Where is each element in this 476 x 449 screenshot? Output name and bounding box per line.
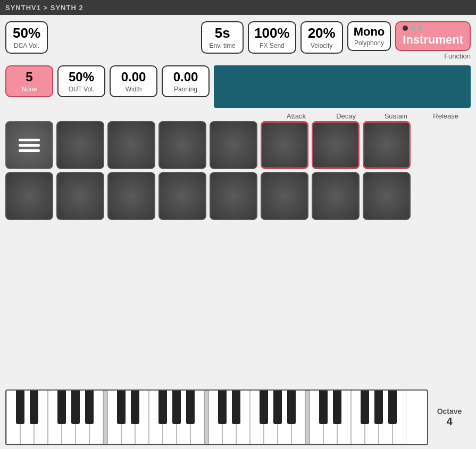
key-cs3[interactable] xyxy=(218,391,227,424)
velocity-control[interactable]: 20% Velocity xyxy=(300,21,343,54)
fx-send-label: FX Send xyxy=(260,42,285,49)
pad-2-4[interactable] xyxy=(158,172,206,220)
panning-value: 0.00 xyxy=(173,70,198,84)
header-bar: SYNTHV1 > SYNTH 2 xyxy=(0,0,476,15)
panning-label: Panning xyxy=(174,86,197,93)
key-gs2[interactable] xyxy=(172,391,181,424)
key-fs3[interactable] xyxy=(260,391,268,424)
velocity-value: 20% xyxy=(308,26,336,41)
adsr-labels-row: Attack Decay Sustain Release xyxy=(271,112,471,120)
key-ds3[interactable] xyxy=(232,391,240,424)
key-gs1[interactable] xyxy=(71,391,80,424)
key-as4[interactable] xyxy=(388,391,397,424)
pad-2-3[interactable] xyxy=(107,172,155,220)
pad-2-7[interactable] xyxy=(312,172,360,220)
pad-2-2[interactable] xyxy=(56,172,104,220)
width-label: Width xyxy=(126,86,142,93)
pad-2-6[interactable] xyxy=(261,172,308,220)
dot-3 xyxy=(417,26,423,31)
release-label: Release xyxy=(421,112,471,120)
pad-row-2 xyxy=(5,172,471,220)
function-dots xyxy=(403,26,423,31)
octave-value: 4 xyxy=(446,416,452,428)
pad-1-7-highlighted[interactable] xyxy=(312,121,360,169)
key-ds4[interactable] xyxy=(333,391,341,424)
attack-label: Attack xyxy=(271,112,321,120)
dca-vol-control[interactable]: 50% DCA Vol. xyxy=(5,21,48,54)
width-value: 0.00 xyxy=(121,70,146,84)
function-value: Instrument xyxy=(403,33,463,47)
dca-vol-value: 50% xyxy=(13,26,40,41)
pad-1-6-highlighted[interactable] xyxy=(261,121,308,169)
keys-wrapper: .octave-wrap { position: relative; displ… xyxy=(6,391,427,444)
key-gs3[interactable] xyxy=(273,391,282,424)
polyphony-control[interactable]: Mono Polyphony xyxy=(347,21,391,51)
pad-1-2[interactable] xyxy=(56,121,104,169)
key-gs4[interactable] xyxy=(374,391,383,424)
velocity-label: Velocity xyxy=(311,42,332,49)
out-vol-label: OUT Vol. xyxy=(69,86,94,93)
menu-lines-icon xyxy=(19,139,40,152)
octave-label: Octave xyxy=(437,407,462,416)
menu-pad[interactable] xyxy=(5,121,53,169)
top-controls-row: 50% DCA Vol. 5s Env. time 100% FX Send 2… xyxy=(5,21,471,60)
octave-info: Octave 4 xyxy=(428,389,471,445)
none-control[interactable]: 5 None xyxy=(5,65,53,97)
octave-group-1 xyxy=(6,391,103,444)
pad-grid xyxy=(5,121,471,220)
pad-1-3[interactable] xyxy=(107,121,155,169)
pad-2-8[interactable] xyxy=(363,172,411,220)
key-cs4[interactable] xyxy=(319,391,328,424)
second-controls-row: 5 None 50% OUT Vol. 0.00 Width 0.00 Pann… xyxy=(5,65,471,108)
teal-display xyxy=(214,65,471,108)
polyphony-label: Polyphony xyxy=(354,39,384,47)
dca-vol-label: DCA Vol. xyxy=(14,42,39,49)
width-control[interactable]: 0.00 Width xyxy=(110,65,157,97)
fx-send-control[interactable]: 100% FX Send xyxy=(248,21,296,54)
key-fs4[interactable] xyxy=(361,391,369,424)
pad-1-8-highlighted[interactable] xyxy=(363,121,411,169)
env-time-label: Env. time xyxy=(210,42,236,49)
function-section: Instrument Function xyxy=(395,21,471,60)
pad-2-5[interactable] xyxy=(210,172,257,220)
octave-group-3 xyxy=(208,391,305,444)
key-as2[interactable] xyxy=(186,391,195,424)
env-time-control[interactable]: 5s Env. time xyxy=(201,21,244,54)
pad-1-4[interactable] xyxy=(158,121,206,169)
piano-keyboard[interactable]: .octave-wrap { position: relative; displ… xyxy=(5,389,428,445)
fx-send-value: 100% xyxy=(254,26,290,41)
sustain-label: Sustain xyxy=(371,112,421,120)
key-ds1[interactable] xyxy=(30,391,38,424)
none-label: None xyxy=(22,86,37,93)
out-vol-value: 50% xyxy=(69,70,94,84)
pad-2-1[interactable] xyxy=(5,172,53,220)
function-control[interactable]: Instrument xyxy=(395,21,471,51)
octave-group-4 xyxy=(310,391,406,444)
polyphony-value: Mono xyxy=(354,26,385,38)
none-value: 5 xyxy=(26,70,32,84)
env-time-value: 5s xyxy=(215,26,230,41)
key-fs2[interactable] xyxy=(158,391,167,424)
octave-group-2 xyxy=(107,391,204,444)
out-vol-control[interactable]: 50% OUT Vol. xyxy=(57,65,105,97)
key-fs1[interactable] xyxy=(57,391,66,424)
dot-1 xyxy=(403,26,408,31)
key-cs2[interactable] xyxy=(117,391,126,424)
panning-control[interactable]: 0.00 Panning xyxy=(162,65,210,97)
breadcrumb: SYNTHV1 > SYNTH 2 xyxy=(5,4,83,12)
key-as1[interactable] xyxy=(85,391,94,424)
key-ds2[interactable] xyxy=(131,391,139,424)
key-as3[interactable] xyxy=(287,391,296,424)
decay-label: Decay xyxy=(321,112,371,120)
pad-1-5[interactable] xyxy=(210,121,257,169)
piano-section: .octave-wrap { position: relative; displ… xyxy=(0,385,476,449)
function-label: Function xyxy=(444,52,471,60)
key-cs1[interactable] xyxy=(16,391,24,424)
pad-row-1 xyxy=(5,121,471,169)
dot-2 xyxy=(410,26,415,31)
